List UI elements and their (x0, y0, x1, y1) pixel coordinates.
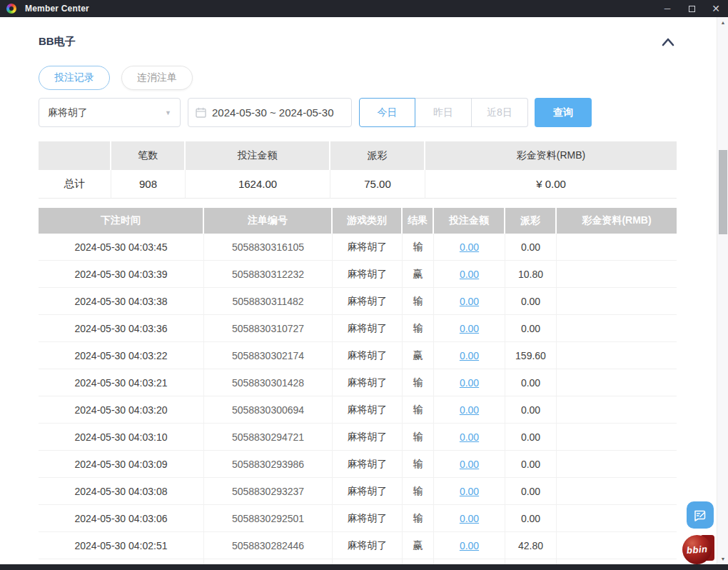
table-row: 2024-05-30 04:03:205058830300694麻将胡了输0.0… (39, 396, 677, 424)
bonus-cell (557, 478, 677, 505)
bet-amount-cell: 0.00 (434, 396, 505, 424)
bet-amount-cell: 0.00 (434, 505, 505, 532)
game-select[interactable]: 麻将胡了 ▼ (39, 98, 181, 127)
game-type-cell: 麻将胡了 (333, 342, 403, 369)
close-button[interactable]: ✕ (704, 0, 728, 17)
bet-time-cell: 2024-05-30 04:03:21 (39, 369, 204, 396)
bet-time-cell: 2024-05-30 04:03:38 (39, 288, 204, 315)
col-header-bet-time: 下注时间 (39, 208, 204, 234)
summary-total-payout: 75.00 (330, 170, 425, 199)
bet-amount-cell: 0.00 (434, 288, 505, 315)
bet-amount-link[interactable]: 0.00 (460, 241, 479, 253)
bet-time-cell: 2024-05-30 04:03:08 (39, 478, 204, 505)
bet-amount-link[interactable]: 0.00 (460, 269, 479, 280)
minimize-button[interactable]: ─ (655, 0, 679, 17)
payout-cell: 0.00 (505, 451, 557, 478)
game-select-value: 麻将胡了 (48, 106, 165, 119)
date-range-value: 2024-05-30 ~ 2024-05-30 (212, 106, 334, 119)
bet-amount-link[interactable]: 0.00 (460, 459, 479, 470)
bet-amount-link[interactable]: 0.00 (460, 404, 479, 416)
payout-cell: 10.80 (505, 261, 557, 288)
bet-amount-link[interactable]: 0.00 (460, 431, 479, 443)
bet-time-cell: 2024-05-30 04:03:39 (39, 261, 204, 288)
collapse-section-button[interactable] (659, 36, 677, 49)
table-row: 2024-05-30 04:03:395058830312232麻将胡了赢0.0… (39, 261, 677, 288)
col-header-game-type: 游戏类别 (333, 208, 403, 234)
quick-range-yesterday[interactable]: 昨日 (415, 98, 472, 127)
bet-amount-cell: 0.00 (434, 261, 505, 288)
bonus-cell (557, 424, 677, 451)
feedback-button[interactable] (687, 501, 714, 529)
summary-total-label: 总计 (39, 170, 111, 199)
game-type-cell: 麻将胡了 (333, 234, 403, 261)
bonus-cell (557, 369, 677, 396)
tab-bet-records[interactable]: 投注记录 (39, 66, 110, 90)
game-type-cell: 麻将胡了 (333, 396, 403, 424)
bbin-logo[interactable]: bbin (682, 533, 716, 566)
bet-amount-cell: 0.00 (434, 234, 505, 261)
content-area: BB电子 投注记录 连消注单 麻将胡了 ▼ (0, 17, 717, 564)
summary-header-payout: 派彩 (330, 141, 425, 170)
order-no-cell: 5058830316105 (204, 234, 333, 261)
bet-time-cell: 2024-05-30 04:03:22 (39, 342, 204, 369)
game-type-cell: 麻将胡了 (333, 424, 403, 451)
payout-cell: 0.00 (505, 288, 557, 315)
bet-time-cell: 2024-05-30 04:02:51 (39, 532, 204, 559)
maximize-icon (689, 6, 695, 12)
bonus-cell (557, 342, 677, 369)
order-no-cell: 5058830293237 (204, 478, 333, 505)
bet-amount-link[interactable]: 0.00 (460, 296, 479, 307)
payout-cell: 0.00 (505, 396, 557, 424)
result-cell: 输 (403, 315, 434, 342)
bet-amount-link[interactable]: 0.00 (460, 350, 479, 361)
scrollbar-thumb[interactable] (719, 150, 727, 234)
bet-amount-cell: 0.00 (434, 424, 505, 451)
bet-amount-link[interactable]: 0.00 (460, 323, 479, 334)
payout-cell: 159.60 (505, 342, 557, 369)
maximize-button[interactable] (679, 0, 704, 17)
scroll-up-arrow-icon[interactable]: ▲ (717, 20, 728, 25)
chevron-up-icon (661, 37, 675, 47)
quick-range-today[interactable]: 今日 (359, 98, 415, 127)
bet-amount-link[interactable]: 0.00 (460, 377, 479, 389)
scroll-down-arrow-icon[interactable]: ▼ (717, 556, 728, 561)
app-logo-icon (6, 4, 16, 14)
payout-cell: 0.00 (505, 505, 557, 532)
result-cell: 赢 (403, 342, 434, 369)
tab-cancelled-orders[interactable]: 连消注单 (121, 66, 193, 90)
payout-cell: 0.00 (505, 478, 557, 505)
summary-table: 笔数 投注金额 派彩 彩金资料(RMB) 总计 908 1624.00 75.0… (39, 141, 677, 199)
result-cell: 输 (403, 288, 434, 315)
game-type-cell: 麻将胡了 (333, 478, 403, 505)
bonus-cell (557, 396, 677, 424)
order-no-cell: 5058830282446 (204, 532, 333, 559)
bet-time-cell: 2024-05-30 04:03:20 (39, 396, 204, 424)
date-range-picker[interactable]: 2024-05-30 ~ 2024-05-30 (188, 98, 352, 127)
bet-amount-link[interactable]: 0.00 (460, 486, 479, 497)
bet-amount-cell: 0.00 (434, 478, 505, 505)
order-no-cell: 5058830300694 (204, 396, 333, 424)
quick-range-last8days[interactable]: 近8日 (472, 98, 528, 127)
result-cell: 输 (403, 505, 434, 532)
bonus-cell (557, 532, 677, 559)
result-cell: 赢 (403, 261, 434, 288)
col-header-order-no: 注单编号 (204, 208, 333, 234)
order-no-cell: 5058830302174 (204, 342, 333, 369)
table-row: 2024-05-30 04:03:085058830293237麻将胡了输0.0… (39, 478, 677, 505)
summary-total-bet-amount: 1624.00 (186, 170, 330, 199)
chevron-down-icon: ▼ (165, 109, 171, 116)
summary-header-bet-amount: 投注金额 (186, 141, 330, 170)
main-panel: BB电子 投注记录 连消注单 麻将胡了 ▼ (39, 17, 677, 564)
bonus-cell (557, 505, 677, 532)
bbin-logo-ball: bbin (682, 535, 712, 564)
bet-amount-link[interactable]: 0.00 (460, 513, 479, 524)
vertical-scrollbar[interactable]: ▲ ▼ (717, 17, 728, 564)
table-row: 2024-05-30 04:03:105058830294721麻将胡了输0.0… (39, 424, 677, 451)
bet-amount-link[interactable]: 0.00 (460, 540, 479, 551)
quick-range-group: 今日 昨日 近8日 (359, 98, 528, 127)
bet-amount-cell: 0.00 (434, 532, 505, 559)
summary-header-bonus: 彩金资料(RMB) (425, 141, 677, 170)
search-button[interactable]: 查询 (535, 98, 592, 127)
result-cell: 输 (403, 396, 434, 424)
bet-table-header-row: 下注时间 注单编号 游戏类别 结果 投注金额 派彩 彩金资料(RMB) (39, 208, 677, 234)
